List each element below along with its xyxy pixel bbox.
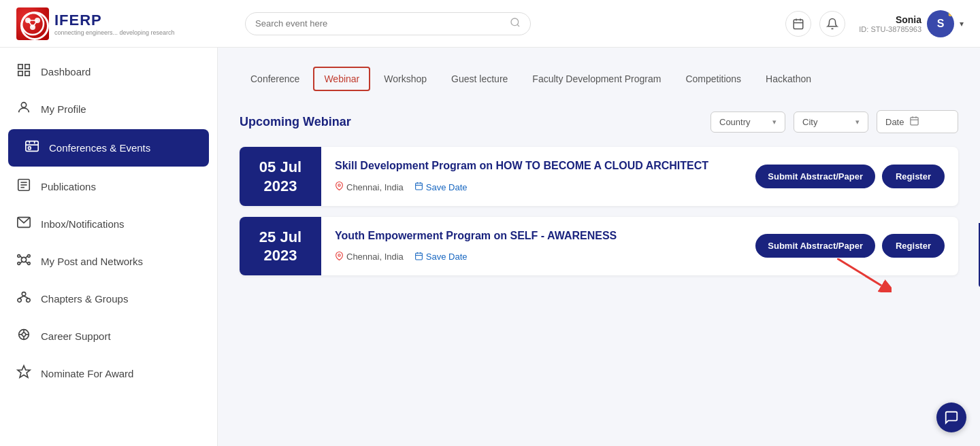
logo-area: IFERP connecting engineers... developing… (16, 7, 234, 40)
register-button-2[interactable]: Register (882, 234, 945, 258)
publications-icon (16, 177, 31, 196)
date-filter-label: Date (885, 117, 904, 127)
upcoming-title: Upcoming Webinar (240, 115, 351, 129)
sidebar-item-inbox[interactable]: Inbox/Notifications (0, 205, 217, 243)
svg-point-0 (22, 13, 44, 35)
sidebar-item-profile-label: My Profile (41, 103, 86, 115)
tab-guest-lecture[interactable]: Guest lecture (440, 67, 519, 91)
search-bar[interactable] (245, 12, 531, 35)
sidebar-item-inbox-label: Inbox/Notifications (41, 218, 125, 230)
user-info[interactable]: Sonia ID: STU-38785963 S 👑 ▾ (859, 10, 964, 37)
chat-button[interactable] (936, 402, 966, 432)
sidebar-item-chapters-label: Chapters & Groups (41, 293, 128, 305)
tab-hackathon[interactable]: Hackathon (755, 67, 822, 91)
event-day-month-2: 25 Jul (259, 228, 301, 247)
tabs-bar: Conference Webinar Workshop Guest lectur… (240, 67, 958, 91)
svg-point-35 (18, 298, 22, 303)
inbox-icon (16, 215, 31, 233)
sidebar-item-conferences[interactable]: Conferences & Events (8, 129, 209, 167)
tab-workshop[interactable]: Workshop (373, 67, 438, 91)
sidebar-item-posts[interactable]: My Post and Networks (0, 243, 217, 280)
event-card-2: 25 Jul 2023 Youth Empowerment Program on… (240, 217, 958, 276)
svg-rect-19 (29, 147, 31, 150)
event-location-text-2: Chennai, India (346, 252, 404, 262)
sidebar-item-dashboard[interactable]: Dashboard (0, 53, 217, 90)
profile-icon (16, 100, 31, 118)
sidebar-item-publications-label: Publications (41, 181, 96, 192)
svg-point-50 (338, 184, 340, 186)
svg-point-36 (27, 298, 30, 303)
svg-point-17 (21, 103, 26, 107)
location-pin-icon (335, 182, 344, 192)
city-chevron-icon: ▾ (855, 118, 860, 126)
city-filter[interactable]: City ▾ (794, 112, 868, 133)
nominate-icon (16, 364, 31, 383)
svg-rect-15 (18, 71, 22, 75)
event-day-month-1: 05 Jul (259, 158, 301, 177)
svg-line-37 (20, 296, 24, 298)
svg-rect-16 (25, 71, 29, 75)
sidebar-item-conferences-label: Conferences & Events (49, 142, 150, 154)
sidebar-item-career-label: Career Support (41, 330, 111, 342)
search-icon[interactable] (510, 17, 521, 31)
user-id: ID: STU-38785963 (859, 25, 921, 33)
main-layout: Dashboard My Profile Conferences & Event… (0, 48, 980, 446)
svg-point-2 (35, 18, 40, 23)
notification-icon-btn[interactable] (819, 11, 845, 37)
sidebar-item-posts-label: My Post and Networks (41, 256, 143, 267)
submit-abstract-button-1[interactable]: Submit Abstract/Paper (755, 165, 875, 188)
register-button-1[interactable]: Register (882, 165, 945, 188)
sidebar-item-career[interactable]: Career Support (0, 318, 217, 355)
sidebar-item-my-profile[interactable]: My Profile (0, 90, 217, 128)
event-meta-1: Chennai, India Save Date (335, 182, 728, 192)
svg-rect-56 (415, 253, 422, 260)
save-date-icon-1 (414, 182, 423, 192)
sidebar-item-nominate[interactable]: Nominate For Award (0, 355, 217, 392)
event-save-date-1[interactable]: Save Date (414, 182, 468, 192)
search-input[interactable] (255, 18, 510, 29)
calendar-filter-icon (909, 116, 919, 128)
save-date-label-2: Save Date (426, 252, 468, 262)
posts-icon (16, 252, 31, 271)
event-actions-1: Submit Abstract/Paper Register (742, 147, 958, 206)
event-title-1: Skill Development Program on HOW TO BECO… (335, 160, 728, 172)
event-date-box-2: 25 Jul 2023 (240, 217, 321, 276)
event-year-1: 2023 (264, 177, 297, 195)
svg-rect-46 (911, 118, 918, 125)
submit-abstract-button-2[interactable]: Submit Abstract/Paper (755, 234, 875, 258)
sidebar-item-publications[interactable]: Publications (0, 168, 217, 205)
event-actions-2: Submit Abstract/Paper Register (742, 217, 958, 276)
event-save-date-2[interactable]: Save Date (414, 252, 468, 262)
country-filter[interactable]: Country ▾ (710, 112, 785, 133)
city-filter-label: City (802, 117, 850, 127)
svg-rect-13 (18, 65, 22, 69)
event-body-1: Skill Development Program on HOW TO BECO… (321, 147, 742, 206)
date-filter[interactable]: Date (877, 110, 958, 133)
tab-webinar[interactable]: Webinar (313, 67, 370, 91)
chevron-down-icon: ▾ (960, 19, 964, 29)
tab-faculty-dev[interactable]: Faculty Development Program (521, 67, 672, 91)
calendar-icon-btn[interactable] (785, 11, 811, 37)
conferences-icon (24, 139, 39, 157)
user-text: Sonia ID: STU-38785963 (859, 14, 921, 33)
event-title-2: Youth Empowerment Program on SELF - AWAR… (335, 230, 728, 242)
event-year-2: 2023 (264, 247, 297, 264)
svg-point-55 (338, 254, 340, 256)
tab-conference[interactable]: Conference (240, 67, 310, 91)
svg-point-28 (18, 262, 20, 265)
svg-rect-18 (26, 141, 38, 152)
svg-line-5 (28, 20, 33, 27)
username: Sonia (859, 14, 921, 25)
sidebar-item-chapters[interactable]: Chapters & Groups (0, 280, 217, 318)
event-date-box-1: 05 Jul 2023 (240, 147, 321, 206)
chapters-icon (16, 290, 31, 308)
top-nav: IFERP connecting engineers... developing… (0, 0, 980, 48)
country-chevron-icon: ▾ (772, 118, 777, 126)
career-icon (16, 327, 31, 345)
svg-point-34 (22, 292, 26, 296)
upcoming-header: Upcoming Webinar Country ▾ City ▾ Date (240, 110, 958, 133)
tab-competitions[interactable]: Competitions (674, 67, 752, 91)
event-meta-2: Chennai, India Save Date (335, 252, 728, 262)
svg-point-40 (22, 332, 26, 337)
svg-rect-51 (415, 183, 422, 190)
